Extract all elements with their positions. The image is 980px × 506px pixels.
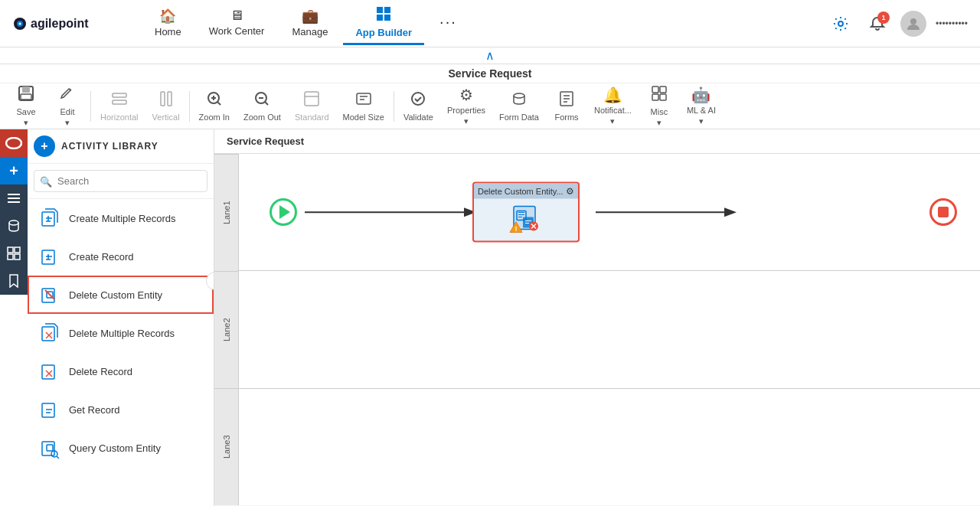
notifications-button[interactable]: 1	[864, 10, 891, 38]
edit-button[interactable]: Edit ▾	[47, 82, 87, 131]
add-activity-button[interactable]: +	[34, 135, 55, 157]
svg-point-21	[412, 93, 424, 105]
ml-ai-button[interactable]: 🤖 ML & AI ▾	[681, 83, 722, 129]
standard-icon	[303, 90, 320, 111]
plus-side-icon[interactable]: +	[0, 157, 28, 184]
search-icon: 🔍	[40, 175, 52, 187]
svg-rect-11	[22, 87, 30, 93]
activity-delete-multiple[interactable]: Delete Multiple Records	[28, 314, 214, 352]
node-body: !	[477, 199, 575, 238]
start-inner	[279, 205, 290, 219]
lane1-row: Delete Custom Entity... ⚙	[239, 154, 980, 271]
vertical-label: Vertical	[152, 113, 180, 122]
vertical-icon	[158, 90, 175, 111]
sidebar-content: + ACTIVITY LIBRARY 🔍 Create Multiple Rec…	[28, 129, 214, 506]
svg-point-28	[6, 138, 21, 149]
standard-button[interactable]: Standard	[289, 87, 335, 125]
svg-text:agilepoint: agilepoint	[31, 17, 89, 30]
search-box: 🔍	[28, 164, 214, 199]
manage-icon: 💼	[302, 8, 318, 24]
nav-items: 🏠 Home 🖥 Work Center 💼 Manage App Builde…	[142, 2, 827, 45]
canvas-title: Service Request	[227, 135, 304, 147]
model-size-label: Model Size	[343, 113, 384, 122]
activity-create-multiple[interactable]: Create Multiple Records	[28, 199, 214, 237]
misc-button[interactable]: Misc ▾	[639, 82, 679, 131]
misc-label: Misc	[651, 107, 668, 116]
section-title-text: Service Request	[449, 67, 532, 80]
nav-home[interactable]: 🏠 Home	[142, 3, 194, 44]
settings-icon	[832, 15, 849, 32]
validate-button[interactable]: Validate	[397, 87, 439, 125]
svg-line-52	[57, 456, 59, 459]
horizontal-icon	[111, 90, 128, 111]
forms-button[interactable]: Forms	[547, 87, 586, 125]
zoom-in-label: Zoom In	[199, 113, 230, 122]
horizontal-button[interactable]: Horizontal	[94, 87, 145, 125]
svg-rect-27	[660, 94, 666, 100]
search-input[interactable]	[34, 170, 207, 192]
oracle-icon[interactable]	[0, 129, 28, 157]
settings-button[interactable]	[827, 10, 854, 38]
logo-svg: agilepoint	[12, 10, 119, 38]
workcenter-icon: 🖥	[230, 8, 243, 24]
zoom-in-button[interactable]: Zoom In	[193, 87, 236, 125]
svg-rect-20	[357, 93, 371, 104]
vertical-button[interactable]: Vertical	[146, 87, 186, 125]
svg-rect-24	[652, 87, 658, 93]
zoom-out-label: Zoom Out	[243, 113, 281, 122]
save-label: Save	[16, 107, 35, 116]
svg-rect-31	[8, 201, 20, 203]
properties-label: Properties	[447, 106, 485, 115]
workflow-node[interactable]: Delete Custom Entity... ⚙	[472, 182, 580, 243]
delete-custom-entity-icon	[38, 283, 61, 306]
activity-create-record[interactable]: Create Record	[28, 237, 214, 276]
node-gear-icon[interactable]: ⚙	[566, 186, 574, 197]
activity-query-custom-entity[interactable]: Query Custom Entity	[28, 429, 214, 467]
username: ••••••••••	[936, 18, 968, 29]
node-icon-wrap: !	[512, 205, 540, 235]
nav-workcenter-label: Work Center	[209, 25, 265, 37]
nav-appbuilder[interactable]: App Builder	[343, 2, 424, 45]
activity-delete-record[interactable]: Delete Record	[28, 352, 214, 390]
warning-icon: !	[509, 220, 523, 237]
query-custom-entity-icon	[38, 436, 61, 459]
notif-button[interactable]: 🔔 Notificat... ▾	[588, 83, 638, 129]
db-side-icon[interactable]	[0, 212, 28, 240]
model-size-button[interactable]: Model Size	[337, 87, 390, 125]
node-header: Delete Custom Entity... ⚙	[474, 184, 578, 199]
properties-icon: ⚙	[459, 86, 473, 104]
form-data-button[interactable]: Form Data	[493, 87, 545, 125]
lane3-row	[239, 389, 980, 505]
nav-appbuilder-label: App Builder	[355, 27, 412, 38]
edit-icon	[59, 85, 76, 106]
zoom-out-icon	[253, 90, 270, 111]
notif-label: Notificat...	[594, 106, 632, 115]
appbuilder-icon	[376, 6, 391, 25]
separator-3	[394, 91, 394, 122]
lane2-row	[239, 271, 980, 388]
collapse-bar[interactable]: ∧	[0, 47, 980, 64]
horizontal-label: Horizontal	[100, 113, 139, 122]
delete-custom-entity-label: Delete Custom Entity	[69, 289, 162, 301]
start-node[interactable]	[270, 198, 297, 226]
properties-button[interactable]: ⚙ Properties ▾	[441, 83, 492, 129]
zoom-out-button[interactable]: Zoom Out	[237, 87, 287, 125]
grid-side-icon[interactable]	[0, 240, 28, 267]
forms-label: Forms	[554, 113, 578, 122]
notification-badge: 1	[877, 11, 890, 24]
nav-manage[interactable]: 💼 Manage	[279, 3, 340, 44]
nav-right: 1 ••••••••••	[827, 10, 968, 38]
canvas-content[interactable]: Lane1 Lane2 Lane3	[214, 154, 980, 505]
save-button[interactable]: Save ▾	[6, 82, 46, 131]
nav-workcenter[interactable]: 🖥 Work Center	[197, 3, 277, 44]
validate-icon	[410, 90, 426, 111]
nav-more[interactable]: ···	[427, 8, 469, 39]
list-side-icon[interactable]	[0, 184, 28, 212]
separator-1	[90, 91, 91, 122]
svg-rect-6	[377, 15, 383, 21]
activity-delete-custom-entity[interactable]: Delete Custom Entity	[28, 276, 214, 314]
side-icons: +	[0, 129, 28, 506]
bookmark-side-icon[interactable]	[0, 267, 28, 295]
lane3-label: Lane3	[214, 388, 238, 505]
activity-get-record[interactable]: Get Record	[28, 390, 214, 429]
